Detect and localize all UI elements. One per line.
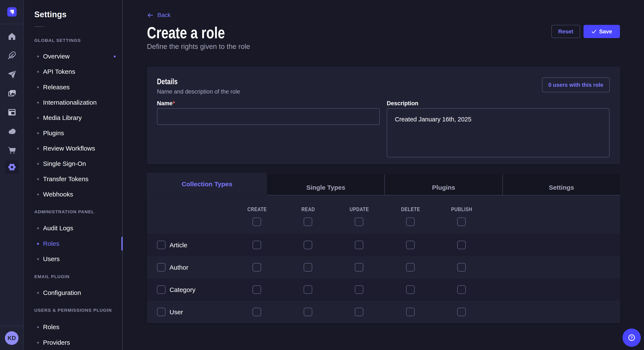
svg-text:?: ? (630, 336, 633, 340)
